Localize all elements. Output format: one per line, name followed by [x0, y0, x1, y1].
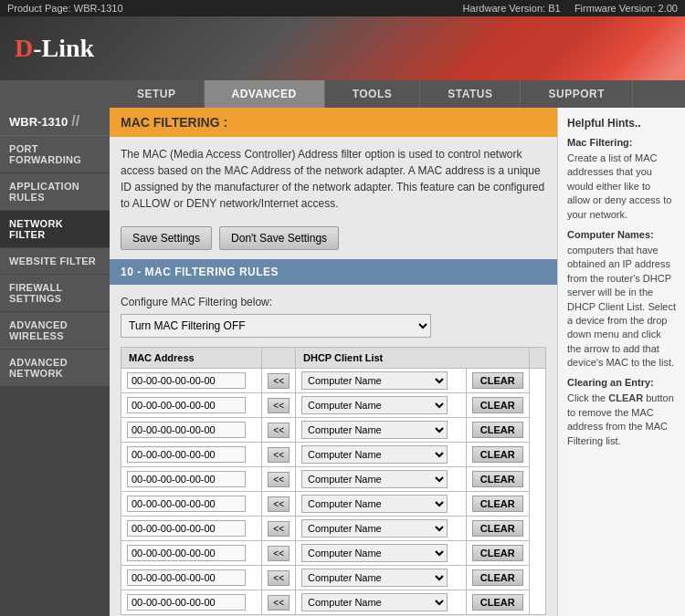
main-layout: WBR-1310 // PORT FORWARDING APPLICATION … — [0, 108, 685, 616]
arrow-button-4[interactable]: << — [268, 472, 290, 487]
sidebar-model: WBR-1310 // — [0, 108, 110, 136]
section-header: 10 - MAC FILTERING RULES — [110, 259, 557, 285]
hint-clearing-title: Clearing an Entry: — [567, 377, 676, 388]
hint-computer-names: Computer Names: computers that have obta… — [567, 229, 676, 371]
table-container: MAC Address DHCP Client List <<Computer … — [110, 347, 557, 616]
table-row: <<Computer NameCLEAR — [121, 566, 546, 590]
client-select-3[interactable]: Computer Name — [301, 445, 448, 464]
tab-advanced[interactable]: ADVANCED — [205, 80, 325, 108]
mac-input-7[interactable] — [127, 545, 246, 561]
mac-input-4[interactable] — [127, 471, 246, 487]
tab-setup[interactable]: SETUP — [110, 80, 205, 108]
clear-cell: CLEAR — [466, 467, 529, 492]
client-select-4[interactable]: Computer Name — [301, 470, 448, 488]
client-cell: Computer Name — [296, 492, 467, 517]
col-header-arrow — [262, 348, 296, 369]
clear-cell: CLEAR — [466, 418, 529, 443]
arrow-button-6[interactable]: << — [268, 521, 290, 537]
client-select-1[interactable]: Computer Name — [301, 396, 448, 414]
mac-input-3[interactable] — [127, 446, 246, 463]
arrow-cell: << — [262, 369, 296, 393]
col-header-action — [529, 348, 545, 369]
arrow-cell: << — [262, 418, 296, 443]
mac-cell — [121, 517, 262, 541]
clear-button-0[interactable]: CLEAR — [472, 372, 523, 389]
mac-input-0[interactable] — [127, 372, 246, 389]
clear-cell: CLEAR — [466, 541, 529, 566]
arrow-button-1[interactable]: << — [268, 398, 290, 413]
client-select-5[interactable]: Computer Name — [301, 495, 448, 513]
sidebar-item-website-filter[interactable]: WEBSITE FILTER — [0, 248, 110, 275]
sidebar-item-advanced-wireless[interactable]: ADVANCED WIRELESS — [0, 312, 110, 350]
arrow-button-0[interactable]: << — [268, 373, 290, 389]
version-info: Hardware Version: B1 Firmware Version: 2… — [463, 3, 678, 14]
clear-button-9[interactable]: CLEAR — [472, 594, 523, 611]
client-cell: Computer Name — [296, 517, 467, 541]
clear-button-5[interactable]: CLEAR — [472, 496, 523, 512]
client-select-2[interactable]: Computer Name — [301, 421, 448, 439]
mac-input-1[interactable] — [127, 397, 246, 413]
mac-input-9[interactable] — [127, 594, 246, 611]
mac-cell — [121, 590, 262, 615]
client-cell: Computer Name — [296, 443, 467, 467]
arrow-button-3[interactable]: << — [268, 447, 290, 463]
clear-cell: CLEAR — [466, 369, 529, 393]
sidebar-item-advanced-network[interactable]: ADVANCED NETWORK — [0, 350, 110, 387]
tab-support[interactable]: SUPPORT — [521, 80, 633, 108]
nav-tabs: SETUP ADVANCED TooLs STATUS SUPPORT — [0, 80, 685, 108]
mac-input-8[interactable] — [127, 569, 246, 586]
sidebar: WBR-1310 // PORT FORWARDING APPLICATION … — [0, 108, 110, 616]
sidebar-item-network-filter[interactable]: NETWORK FILTER — [0, 211, 110, 248]
tab-status[interactable]: STATUS — [420, 80, 521, 108]
col-header-dhcp: DHCP Client List — [296, 348, 530, 369]
arrow-cell: << — [262, 443, 296, 467]
mac-table: MAC Address DHCP Client List <<Computer … — [121, 347, 546, 615]
sidebar-item-application-rules[interactable]: APPLICATION RULES — [0, 173, 110, 211]
sidebar-item-firewall-settings[interactable]: FIREWALL SETTINGS — [0, 275, 110, 312]
arrow-cell: << — [262, 393, 296, 418]
clear-cell: CLEAR — [466, 492, 529, 517]
clear-cell: CLEAR — [466, 517, 529, 541]
client-select-7[interactable]: Computer Name — [301, 544, 448, 562]
table-row: <<Computer NameCLEAR — [121, 541, 546, 566]
col-header-mac: MAC Address — [121, 348, 262, 369]
mac-input-6[interactable] — [127, 520, 246, 537]
arrow-button-5[interactable]: << — [268, 496, 290, 512]
mac-filter-select[interactable]: Turn MAC Filtering OFF Turn MAC Filterin… — [121, 314, 431, 338]
clear-button-2[interactable]: CLEAR — [472, 422, 523, 438]
client-select-0[interactable]: Computer Name — [301, 371, 448, 390]
tab-tools[interactable]: TooLs — [325, 80, 421, 108]
sidebar-item-port-forwarding[interactable]: PORT FORWARDING — [0, 136, 110, 173]
clear-button-6[interactable]: CLEAR — [472, 520, 523, 537]
arrow-button-9[interactable]: << — [268, 595, 290, 611]
save-settings-button[interactable]: Save Settings — [121, 226, 212, 250]
clear-button-8[interactable]: CLEAR — [472, 569, 523, 586]
model-slashes: // — [71, 113, 79, 130]
client-select-8[interactable]: Computer Name — [301, 569, 448, 587]
clear-button-7[interactable]: CLEAR — [472, 545, 523, 561]
arrow-button-2[interactable]: << — [268, 423, 290, 438]
mac-input-2[interactable] — [127, 422, 246, 438]
dont-save-button[interactable]: Don't Save Settings — [219, 226, 339, 250]
client-select-9[interactable]: Computer Name — [301, 593, 448, 611]
top-bar: Product Page: WBR-1310 Hardware Version:… — [0, 0, 685, 16]
mac-cell — [121, 443, 262, 467]
arrow-button-8[interactable]: << — [268, 570, 290, 586]
client-cell: Computer Name — [296, 369, 467, 393]
hint-mac-title: Mac Filtering: — [567, 137, 676, 148]
table-row: <<Computer NameCLEAR — [121, 393, 546, 418]
mac-cell — [121, 467, 262, 492]
mac-input-5[interactable] — [127, 496, 246, 512]
clear-button-4[interactable]: CLEAR — [472, 471, 523, 487]
hint-mac-text: Create a list of MAC addresses that you … — [567, 151, 676, 222]
table-row: <<Computer NameCLEAR — [121, 443, 546, 467]
clear-button-3[interactable]: CLEAR — [472, 446, 523, 463]
right-panel: Helpful Hints.. Mac Filtering: Create a … — [557, 108, 685, 616]
table-row: <<Computer NameCLEAR — [121, 492, 546, 517]
header: D-Link — [0, 16, 685, 80]
clear-button-1[interactable]: CLEAR — [472, 397, 523, 413]
client-select-6[interactable]: Computer Name — [301, 519, 448, 538]
arrow-cell: << — [262, 590, 296, 615]
arrow-button-7[interactable]: << — [268, 546, 290, 561]
client-cell: Computer Name — [296, 541, 467, 566]
